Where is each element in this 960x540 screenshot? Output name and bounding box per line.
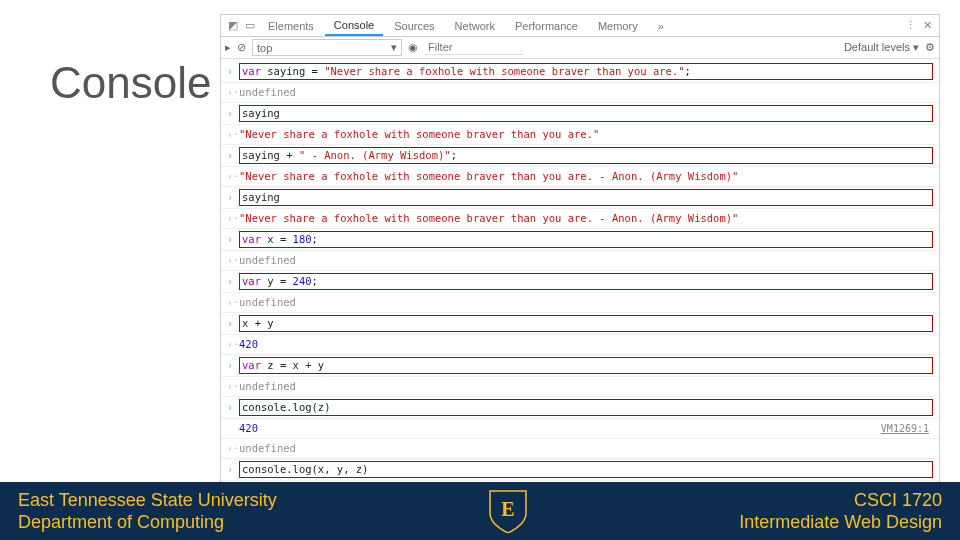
devtools-panel: ◩ ▭ Elements Console Sources Network Per…: [220, 14, 940, 523]
etsu-shield-logo: E: [488, 489, 528, 533]
source-link[interactable]: VM1269:1: [881, 421, 933, 436]
output-arrow-icon: ‹·: [227, 379, 239, 394]
input-arrow-icon: ›: [227, 358, 239, 373]
console-toolbar: ▸ ⊘ top ▾ ◉ Default levels ▾ ⚙: [221, 37, 939, 59]
console-log-list: ›var saying = "Never share a foxhole wit…: [221, 59, 939, 522]
console-output-row: ‹·420: [221, 334, 939, 354]
chevron-down-icon: ▾: [391, 41, 397, 54]
footer-course-code: CSCI 1720: [739, 489, 942, 512]
output-arrow-icon: ‹·: [227, 295, 239, 310]
tab-console[interactable]: Console: [325, 16, 383, 36]
sidebar-icon[interactable]: ▸: [225, 41, 231, 54]
code-text: undefined: [239, 441, 933, 456]
input-arrow-icon: ›: [227, 274, 239, 289]
footer-department: Department of Computing: [18, 511, 277, 534]
output-arrow-icon: ‹·: [227, 253, 239, 268]
code-text: console.log(x, y, z): [239, 461, 933, 478]
console-input-row: ›saying: [221, 186, 939, 208]
input-arrow-icon: ›: [227, 64, 239, 79]
footer-institution: East Tennessee State University: [18, 489, 277, 512]
output-arrow-icon: ‹·: [227, 169, 239, 184]
footer-left: East Tennessee State University Departme…: [18, 489, 277, 534]
tab-more[interactable]: »: [649, 17, 673, 35]
tab-performance[interactable]: Performance: [506, 17, 587, 35]
tab-sources[interactable]: Sources: [385, 17, 443, 35]
input-arrow-icon: ›: [227, 190, 239, 205]
code-text: "Never share a foxhole with someone brav…: [239, 211, 933, 226]
console-output-row: ‹·"Never share a foxhole with someone br…: [221, 208, 939, 228]
context-select[interactable]: top ▾: [252, 39, 402, 56]
input-arrow-icon: ›: [227, 462, 239, 477]
code-text: var z = x + y: [239, 357, 933, 374]
console-output-row: 420VM1269:1: [221, 418, 939, 438]
code-text: saying: [239, 189, 933, 206]
console-input-row: ›saying + " - Anon. (Army Wisdom)";: [221, 144, 939, 166]
code-text: undefined: [239, 85, 933, 100]
console-output-row: ‹·"Never share a foxhole with someone br…: [221, 124, 939, 144]
tab-network[interactable]: Network: [446, 17, 504, 35]
output-arrow-icon: ‹·: [227, 441, 239, 456]
code-text: undefined: [239, 379, 933, 394]
footer-right: CSCI 1720 Intermediate Web Design: [739, 489, 942, 534]
output-arrow-icon: ‹·: [227, 127, 239, 142]
console-output-row: ‹·undefined: [221, 438, 939, 458]
code-text: saying: [239, 105, 933, 122]
code-text: var x = 180;: [239, 231, 933, 248]
devtools-tabbar: ◩ ▭ Elements Console Sources Network Per…: [221, 15, 939, 37]
eye-icon[interactable]: ◉: [408, 41, 418, 54]
console-output-row: ‹·undefined: [221, 292, 939, 312]
code-text: console.log(z): [239, 399, 933, 416]
slide-footer: East Tennessee State University Departme…: [0, 482, 960, 540]
output-arrow-icon: ‹·: [227, 211, 239, 226]
inspect-icon[interactable]: ◩: [225, 18, 240, 33]
code-text: undefined: [239, 295, 933, 310]
code-text: x + y: [239, 315, 933, 332]
context-label: top: [257, 42, 272, 54]
input-arrow-icon: ›: [227, 148, 239, 163]
console-output-row: ‹·undefined: [221, 376, 939, 396]
code-text: 420: [239, 337, 933, 352]
tab-elements[interactable]: Elements: [259, 17, 323, 35]
clear-icon[interactable]: ⊘: [237, 41, 246, 54]
input-arrow-icon: ›: [227, 232, 239, 247]
console-output-row: ‹·undefined: [221, 250, 939, 270]
console-output-row: ‹·undefined: [221, 82, 939, 102]
tab-memory[interactable]: Memory: [589, 17, 647, 35]
console-input-row: ›var y = 240;: [221, 270, 939, 292]
filter-input[interactable]: [424, 40, 524, 55]
console-output-row: ‹·"Never share a foxhole with someone br…: [221, 166, 939, 186]
code-text: 420: [239, 421, 560, 436]
input-arrow-icon: ›: [227, 106, 239, 121]
console-input-row: ›x + y: [221, 312, 939, 334]
code-text: saying + " - Anon. (Army Wisdom)";: [239, 147, 933, 164]
svg-text:E: E: [501, 498, 514, 520]
device-icon[interactable]: ▭: [242, 18, 257, 33]
gear-icon[interactable]: ⚙: [925, 41, 935, 54]
code-text: var saying = "Never share a foxhole with…: [239, 63, 933, 80]
console-input-row: ›var x = 180;: [221, 228, 939, 250]
log-dot-icon: [227, 421, 239, 436]
console-input-row: ›var z = x + y: [221, 354, 939, 376]
input-arrow-icon: ›: [227, 400, 239, 415]
output-arrow-icon: ‹·: [227, 337, 239, 352]
console-input-row: ›console.log(z): [221, 396, 939, 418]
code-text: "Never share a foxhole with someone brav…: [239, 127, 933, 142]
console-input-row: ›saying: [221, 102, 939, 124]
code-text: undefined: [239, 253, 933, 268]
code-text: var y = 240;: [239, 273, 933, 290]
console-input-row: ›var saying = "Never share a foxhole wit…: [221, 61, 939, 82]
levels-select[interactable]: Default levels ▾: [844, 41, 919, 54]
menu-icon[interactable]: ⋮: [903, 18, 918, 33]
slide-title: Console: [50, 58, 211, 108]
console-input-row: ›console.log(x, y, z): [221, 458, 939, 480]
close-icon[interactable]: ✕: [920, 18, 935, 33]
input-arrow-icon: ›: [227, 316, 239, 331]
output-arrow-icon: ‹·: [227, 85, 239, 100]
code-text: "Never share a foxhole with someone brav…: [239, 169, 933, 184]
footer-course-name: Intermediate Web Design: [739, 511, 942, 534]
